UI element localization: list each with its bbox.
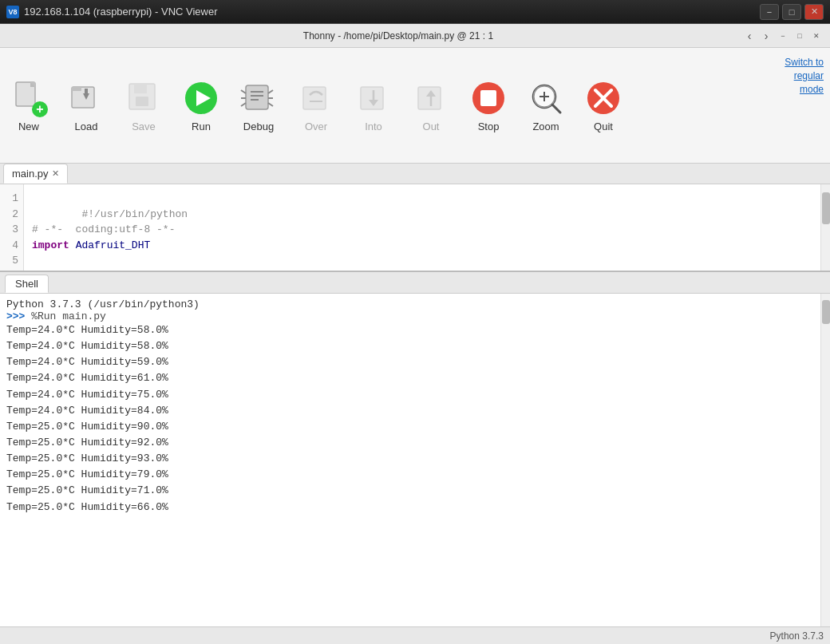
- tab-name: main.py: [12, 168, 49, 180]
- output-line-10: Temp=25.0*C Humidity=79.0%: [6, 467, 814, 483]
- run-button[interactable]: Run: [172, 51, 230, 160]
- thonny-close-button[interactable]: ✕: [809, 29, 824, 43]
- load-icon: [67, 79, 105, 117]
- shell-tab[interactable]: Shell: [5, 275, 49, 293]
- switch-mode-link[interactable]: Switch to regular mode: [785, 56, 824, 96]
- shell-prompt-line: >>> %Run main.py: [6, 310, 814, 322]
- main-toolbar: + New Load Save: [0, 48, 830, 164]
- run-icon: [182, 79, 220, 117]
- output-line-6: Temp=24.0*C Humidity=84.0%: [6, 403, 814, 419]
- thonny-title-bar: Thonny - /home/pi/Desktop/main.py @ 21 :…: [0, 24, 830, 48]
- thonny-window: Thonny - /home/pi/Desktop/main.py @ 21 :…: [0, 24, 830, 644]
- quit-label: Quit: [594, 121, 613, 132]
- load-label: Load: [75, 121, 98, 132]
- svg-line-21: [268, 90, 273, 93]
- svg-line-23: [268, 103, 273, 106]
- stop-icon: [469, 79, 508, 117]
- vnc-title-bar: V8 192.168.1.104 (raspberrypi) - VNC Vie…: [0, 0, 830, 24]
- thonny-title-text: Thonny - /home/pi/Desktop/main.py @ 21 :…: [54, 30, 742, 41]
- nav-prev-button[interactable]: ‹: [742, 29, 757, 43]
- window-controls: − □ ✕: [760, 4, 824, 20]
- save-icon: [125, 79, 163, 117]
- shell-output-area[interactable]: Python 3.7.3 (/usr/bin/python3) >>> %Run…: [0, 294, 820, 626]
- vnc-title-text: 192.168.1.104 (raspberrypi) - VNC Viewer: [24, 6, 218, 18]
- over-button[interactable]: Over: [287, 51, 345, 160]
- svg-rect-8: [85, 89, 88, 95]
- over-icon: [297, 79, 335, 117]
- into-icon: [354, 79, 393, 117]
- debug-label: Debug: [243, 121, 274, 132]
- python-version-info: Python 3.7.3 (/usr/bin/python3): [6, 298, 814, 310]
- python-status: Python 3.7.3: [770, 630, 824, 642]
- shell-panel: Shell Python 3.7.3 (/usr/bin/python3) >>…: [0, 272, 830, 626]
- output-line-11: Temp=25.0*C Humidity=71.0%: [6, 483, 814, 499]
- output-line-8: Temp=25.0*C Humidity=92.0%: [6, 435, 814, 451]
- output-line-5: Temp=24.0*C Humidity=75.0%: [6, 387, 814, 403]
- tab-main-py[interactable]: main.py ✕: [3, 164, 68, 184]
- line-numbers: 1 2 3 4 5: [0, 184, 24, 271]
- editor-scrollbar[interactable]: [820, 184, 830, 271]
- svg-rect-6: [72, 87, 81, 91]
- into-button[interactable]: Into: [345, 51, 402, 160]
- output-line-9: Temp=25.0*C Humidity=93.0%: [6, 451, 814, 467]
- output-line-1: Temp=24.0*C Humidity=58.0%: [6, 322, 814, 338]
- shell-tab-bar: Shell: [0, 272, 830, 294]
- new-button[interactable]: + New: [0, 51, 57, 160]
- shell-run-command: %Run main.py: [31, 310, 106, 322]
- output-line-2: Temp=24.0*C Humidity=58.0%: [6, 338, 814, 354]
- shell-output-lines: Temp=24.0*C Humidity=58.0% Temp=24.0*C H…: [6, 322, 814, 516]
- code-content[interactable]: #!/usr/bin/python # -*- coding:utf-8 -*-…: [24, 184, 820, 271]
- quit-icon: [584, 79, 622, 117]
- svg-rect-10: [134, 84, 147, 93]
- nav-next-button[interactable]: ›: [759, 29, 773, 43]
- svg-rect-33: [480, 90, 496, 106]
- new-icon: +: [10, 79, 48, 117]
- output-line-7: Temp=25.0*C Humidity=90.0%: [6, 419, 814, 435]
- shell-scrollbar[interactable]: [820, 294, 830, 626]
- editor-tab-bar: main.py ✕: [0, 164, 830, 184]
- quit-button[interactable]: Quit: [575, 51, 632, 160]
- debug-button[interactable]: Debug: [230, 51, 287, 160]
- output-line-12: Temp=25.0*C Humidity=66.0%: [6, 500, 814, 516]
- save-button[interactable]: Save: [115, 51, 172, 160]
- svg-line-20: [241, 103, 246, 106]
- debug-icon: [239, 79, 278, 117]
- into-label: Into: [365, 121, 382, 132]
- vnc-icon: V8: [6, 6, 19, 18]
- maximize-button[interactable]: □: [782, 4, 801, 20]
- svg-line-36: [552, 105, 560, 113]
- close-button[interactable]: ✕: [804, 4, 824, 20]
- output-line-3: Temp=24.0*C Humidity=59.0%: [6, 354, 814, 370]
- new-label: New: [18, 121, 39, 132]
- out-icon: [412, 79, 450, 117]
- svg-rect-11: [136, 97, 148, 106]
- run-label: Run: [192, 121, 211, 132]
- out-button[interactable]: Out: [402, 51, 460, 160]
- svg-text:+: +: [36, 102, 43, 116]
- save-label: Save: [132, 121, 156, 132]
- output-line-4: Temp=24.0*C Humidity=61.0%: [6, 370, 814, 386]
- stop-button[interactable]: Stop: [460, 51, 517, 160]
- svg-rect-14: [246, 85, 268, 109]
- svg-line-18: [241, 90, 246, 93]
- stop-label: Stop: [478, 121, 500, 132]
- title-bar-left: V8 192.168.1.104 (raspberrypi) - VNC Vie…: [6, 6, 218, 18]
- out-label: Out: [423, 121, 440, 132]
- svg-rect-26: [361, 87, 383, 109]
- zoom-button[interactable]: Zoom: [517, 51, 575, 160]
- thonny-window-controls: ‹ › − □ ✕: [742, 29, 824, 43]
- switch-mode-area: Switch to regular mode: [778, 51, 830, 160]
- code-editor[interactable]: 1 2 3 4 5 #!/usr/bin/python # -*- coding…: [0, 184, 830, 272]
- thonny-max-button[interactable]: □: [792, 29, 807, 43]
- over-label: Over: [305, 121, 327, 132]
- zoom-label: Zoom: [532, 121, 559, 132]
- load-button[interactable]: Load: [57, 51, 115, 160]
- tab-close-icon[interactable]: ✕: [52, 168, 59, 179]
- thonny-min-button[interactable]: −: [776, 29, 790, 43]
- svg-rect-29: [418, 87, 441, 109]
- svg-rect-24: [303, 87, 326, 109]
- zoom-icon: [527, 79, 565, 117]
- thonny-status-bar: Python 3.7.3: [0, 626, 830, 644]
- minimize-button[interactable]: −: [760, 4, 779, 20]
- shell-prompt-symbol: >>>: [6, 310, 31, 322]
